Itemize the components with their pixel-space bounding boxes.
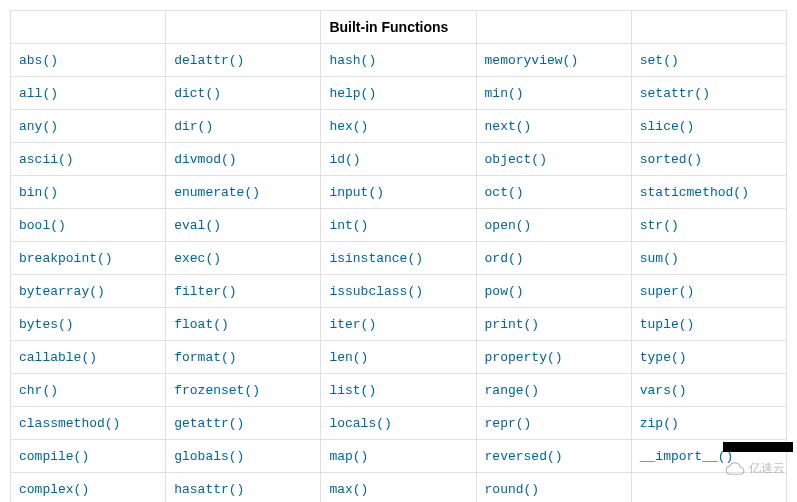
table-header-row: Built-in Functions [11,11,787,44]
table-cell: oct() [476,176,631,209]
function-link[interactable]: delattr() [174,53,244,68]
watermark: 亿速云 [724,460,785,477]
function-link[interactable]: dict() [174,86,221,101]
function-link[interactable]: globals() [174,449,244,464]
table-cell: filter() [166,275,321,308]
table-cell: complex() [11,473,166,503]
function-link[interactable]: pow() [485,284,524,299]
function-link[interactable]: dir() [174,119,213,134]
function-link[interactable]: isinstance() [329,251,423,266]
function-link[interactable]: print() [485,317,540,332]
table-cell: pow() [476,275,631,308]
table-cell: slice() [631,110,786,143]
function-link[interactable]: getattr() [174,416,244,431]
function-link[interactable]: divmod() [174,152,236,167]
table-cell: issubclass() [321,275,476,308]
function-link[interactable]: round() [485,482,540,497]
function-link[interactable]: set() [640,53,679,68]
function-link[interactable]: zip() [640,416,679,431]
table-cell: iter() [321,308,476,341]
function-link[interactable]: all() [19,86,58,101]
function-link[interactable]: str() [640,218,679,233]
function-link[interactable]: enumerate() [174,185,260,200]
table-cell: vars() [631,374,786,407]
function-link[interactable]: int() [329,218,368,233]
header-col-2 [166,11,321,44]
function-link[interactable]: classmethod() [19,416,120,431]
function-link[interactable]: chr() [19,383,58,398]
function-link[interactable]: type() [640,350,687,365]
table-cell: next() [476,110,631,143]
function-link[interactable]: bytearray() [19,284,105,299]
function-link[interactable]: compile() [19,449,89,464]
function-link[interactable]: len() [329,350,368,365]
function-link[interactable]: oct() [485,185,524,200]
redaction-bar [723,442,793,452]
function-link[interactable]: max() [329,482,368,497]
function-link[interactable]: help() [329,86,376,101]
table-cell: bin() [11,176,166,209]
function-link[interactable]: next() [485,119,532,134]
function-link[interactable]: bool() [19,218,66,233]
function-link[interactable]: locals() [329,416,391,431]
table-cell: set() [631,44,786,77]
table-cell: divmod() [166,143,321,176]
function-link[interactable]: super() [640,284,695,299]
function-link[interactable]: staticmethod() [640,185,749,200]
function-link[interactable]: hex() [329,119,368,134]
function-link[interactable]: float() [174,317,229,332]
table-cell: frozenset() [166,374,321,407]
function-link[interactable]: map() [329,449,368,464]
table-cell: enumerate() [166,176,321,209]
function-link[interactable]: property() [485,350,563,365]
function-link[interactable]: memoryview() [485,53,579,68]
function-link[interactable]: list() [329,383,376,398]
table-cell: len() [321,341,476,374]
function-link[interactable]: reversed() [485,449,563,464]
table-cell: exec() [166,242,321,275]
table-cell: setattr() [631,77,786,110]
function-link[interactable]: hasattr() [174,482,244,497]
function-link[interactable]: format() [174,350,236,365]
function-link[interactable]: abs() [19,53,58,68]
table-row: any()dir()hex()next()slice() [11,110,787,143]
function-link[interactable]: any() [19,119,58,134]
table-cell: all() [11,77,166,110]
function-link[interactable]: min() [485,86,524,101]
function-link[interactable]: ord() [485,251,524,266]
table-cell: range() [476,374,631,407]
function-link[interactable]: repr() [485,416,532,431]
function-link[interactable]: bytes() [19,317,74,332]
table-cell: globals() [166,440,321,473]
function-link[interactable]: iter() [329,317,376,332]
function-link[interactable]: id() [329,152,360,167]
table-cell: tuple() [631,308,786,341]
function-link[interactable]: ascii() [19,152,74,167]
table-cell: delattr() [166,44,321,77]
table-cell: object() [476,143,631,176]
function-link[interactable]: bin() [19,185,58,200]
function-link[interactable]: callable() [19,350,97,365]
function-link[interactable]: sorted() [640,152,702,167]
function-link[interactable]: vars() [640,383,687,398]
function-link[interactable]: breakpoint() [19,251,113,266]
function-link[interactable]: slice() [640,119,695,134]
function-link[interactable]: exec() [174,251,221,266]
function-link[interactable]: object() [485,152,547,167]
function-link[interactable]: hash() [329,53,376,68]
function-link[interactable]: open() [485,218,532,233]
function-link[interactable]: frozenset() [174,383,260,398]
function-link[interactable]: sum() [640,251,679,266]
function-link[interactable]: complex() [19,482,89,497]
function-link[interactable]: input() [329,185,384,200]
function-link[interactable]: issubclass() [329,284,423,299]
table-cell: max() [321,473,476,503]
header-col-3: Built-in Functions [321,11,476,44]
function-link[interactable]: eval() [174,218,221,233]
function-link[interactable]: setattr() [640,86,710,101]
function-link[interactable]: filter() [174,284,236,299]
function-link[interactable]: tuple() [640,317,695,332]
table-row: all()dict()help()min()setattr() [11,77,787,110]
function-link[interactable]: __import__() [640,449,734,464]
function-link[interactable]: range() [485,383,540,398]
